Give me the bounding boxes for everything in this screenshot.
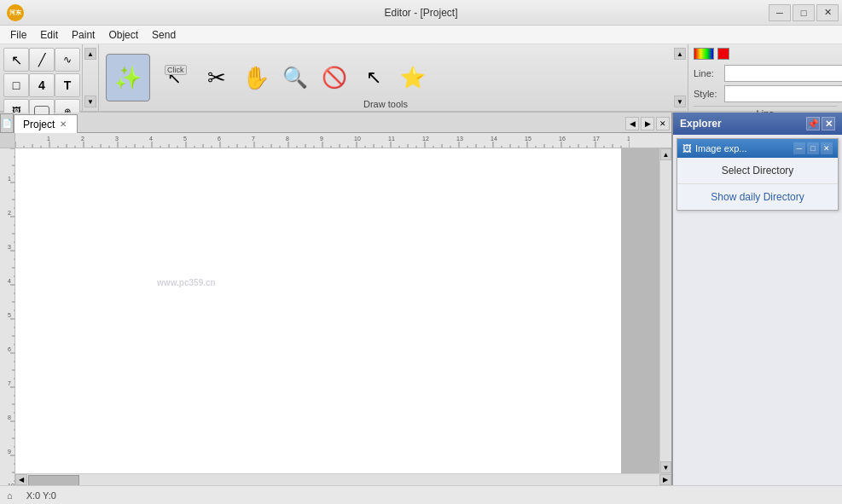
tool-magnify[interactable]: 🔍 [276, 54, 314, 101]
vscroll-up[interactable]: ▲ [660, 148, 671, 160]
coords-display: X:0 Y:0 [26, 490, 56, 501]
tool-num4[interactable]: 4 [29, 73, 55, 97]
image-explorer-body: Select Directory Show daily Directory [677, 158, 838, 210]
project-panel: 📄 Project ✕ ◀ ▶ ✕ [0, 113, 671, 485]
tab-project[interactable]: Project ✕ [14, 114, 78, 133]
tool-rect[interactable]: □ [3, 73, 29, 97]
logo-text: 河东 [9, 9, 21, 17]
style-row: Style: ▼ [694, 85, 837, 102]
style-label: Style: [694, 89, 721, 99]
tool-scroll-up[interactable]: ▲ [84, 48, 96, 60]
image-explorer-close[interactable]: ✕ [821, 142, 833, 154]
tool-sparkle[interactable]: ✨ [106, 54, 150, 101]
tool-star[interactable]: ⭐ [394, 54, 432, 101]
explorer-controls: 📌 ✕ [806, 117, 835, 130]
tool-scroll-down[interactable]: ▼ [84, 96, 96, 107]
tab-icon: 📄 [0, 113, 14, 132]
hscroll-left[interactable]: ◀ [15, 474, 27, 485]
vscroll-down[interactable]: ▼ [660, 461, 671, 473]
title-bar: 河东 Editor - [Project] ─ □ ✕ [0, 0, 842, 26]
window-title: Editor - [Project] [0, 7, 842, 19]
image-explorer-title: Image exp... [695, 143, 747, 154]
explorer-close[interactable]: ✕ [822, 117, 835, 130]
image-explorer-titlebar: 🖼 Image exp... ─ □ ✕ [677, 139, 838, 158]
minimize-button[interactable]: ─ [769, 4, 791, 21]
main-tool-scroll: ▲ ▼ [672, 44, 688, 111]
tab-nav: ◀ ▶ ✕ [624, 115, 671, 132]
hscroll-track [80, 474, 659, 485]
shape-tools-panel: ↖ ╱ ∿ □ 4 T 🖼 ⊕ [0, 44, 83, 111]
color-row [694, 48, 837, 60]
menu-bar: File Edit Paint Object Send [0, 26, 842, 44]
draw-tools-label: Draw tools [363, 99, 408, 109]
tool-scroll: ▲ ▼ [83, 44, 99, 111]
canvas-body-row: www.pc359.cn ▲ ▼ ◀ [0, 148, 671, 485]
show-daily-directory-button[interactable]: Show daily Directory [677, 184, 838, 210]
toolbar: ↖ ╱ ∿ □ 4 T 🖼 ⊕ ▲ ▼ ✨ [0, 44, 842, 113]
hscroll-right[interactable]: ▶ [659, 474, 671, 485]
ruler-vertical [0, 148, 15, 485]
tab-close-all[interactable]: ✕ [656, 117, 670, 130]
tab-close-button[interactable]: ✕ [58, 119, 68, 130]
hscrollbar: ◀ ▶ [15, 473, 671, 485]
main-tools-area: ✨ ↖ Click ✂ ✋ 🔍 🚫 ↖ ⭐ [99, 44, 672, 111]
explorer-panel: Explorer 📌 ✕ 🖼 Image exp... ─ □ ✕ [671, 113, 842, 485]
tool-click[interactable]: ↖ Click [152, 54, 196, 101]
line-row: Line: ▼ [694, 65, 837, 82]
tab-bar: 📄 Project ✕ ◀ ▶ ✕ [0, 113, 671, 133]
color-picker[interactable] [717, 48, 729, 60]
tab-prev[interactable]: ◀ [625, 117, 639, 130]
status-bar: ⌂ X:0 Y:0 [0, 485, 842, 504]
image-explorer-restore[interactable]: □ [807, 142, 819, 154]
tool-block[interactable]: 🚫 [316, 54, 353, 101]
ruler-corner [0, 133, 15, 148]
status-home: ⌂ [7, 490, 13, 501]
line-style-panel: Line: ▼ Style: ▼ Line [688, 44, 842, 111]
white-canvas [15, 148, 621, 473]
canvas-scroll-wrapper: www.pc359.cn ▲ ▼ ◀ [15, 148, 671, 485]
image-explorer-controls: ─ □ ✕ [793, 142, 833, 154]
ruler-top-row [0, 133, 671, 148]
ruler-canvas-wrapper: www.pc359.cn ▲ ▼ ◀ [0, 133, 671, 485]
menu-file[interactable]: File [3, 26, 33, 43]
tool-hand[interactable]: ✋ [237, 54, 275, 101]
vscrollbar: ▲ ▼ [659, 148, 671, 473]
tool-line-diag[interactable]: ╱ [29, 48, 55, 72]
main-content: 📄 Project ✕ ◀ ▶ ✕ [0, 113, 842, 485]
vscroll-track [660, 160, 671, 461]
tool-text[interactable]: T [55, 73, 80, 97]
tool-bezier[interactable]: ∿ [55, 48, 80, 72]
tool-arrow-select[interactable]: ↖ [355, 54, 392, 101]
window-controls: ─ □ ✕ [769, 4, 839, 21]
ruler-horizontal [15, 133, 671, 148]
menu-paint[interactable]: Paint [65, 26, 102, 43]
main-tool-scroll-down[interactable]: ▼ [674, 96, 686, 107]
image-explorer-minimize[interactable]: ─ [793, 142, 805, 154]
line-input[interactable] [724, 65, 842, 82]
menu-send[interactable]: Send [145, 26, 183, 43]
canvas-and-vscroll: www.pc359.cn ▲ ▼ [15, 148, 671, 473]
status-coords: X:0 Y:0 [26, 490, 56, 501]
tool-scissors[interactable]: ✂ [198, 54, 235, 101]
canvas-area: www.pc359.cn ▲ ▼ ◀ [0, 133, 671, 485]
home-icon[interactable]: ⌂ [7, 490, 13, 501]
explorer-body: 🖼 Image exp... ─ □ ✕ Select Directory Sh… [673, 135, 842, 485]
hscroll-thumb[interactable] [28, 475, 79, 485]
menu-edit[interactable]: Edit [33, 26, 65, 43]
explorer-pin[interactable]: 📌 [806, 117, 820, 130]
image-explorer-window: 🖼 Image exp... ─ □ ✕ Select Directory Sh… [677, 138, 839, 211]
explorer-title: Explorer [680, 118, 722, 130]
tool-pointer[interactable]: ↖ [3, 48, 29, 72]
tab-label: Project [23, 119, 55, 130]
color-swatch[interactable] [694, 48, 714, 60]
canvas-viewport[interactable]: www.pc359.cn [15, 148, 659, 473]
tab-next[interactable]: ▶ [641, 117, 654, 130]
select-directory-button[interactable]: Select Directory [677, 158, 838, 184]
line-label: Line: [694, 68, 721, 78]
main-tool-scroll-up[interactable]: ▲ [674, 48, 686, 60]
style-input[interactable] [724, 85, 842, 102]
close-button[interactable]: ✕ [816, 4, 839, 21]
menu-object[interactable]: Object [102, 26, 145, 43]
app-logo: 河东 [7, 4, 24, 21]
restore-button[interactable]: □ [793, 4, 815, 21]
